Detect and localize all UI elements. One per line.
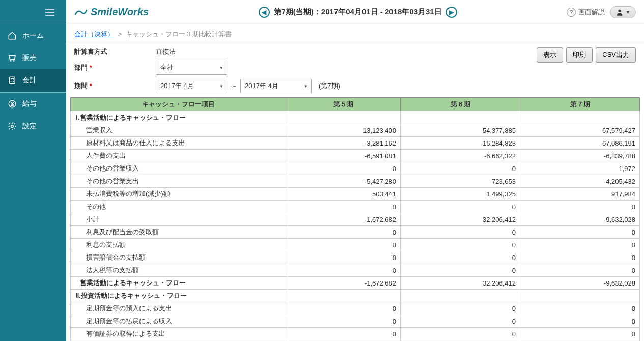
row-label: 原材料又は商品の仕入による支出	[71, 137, 287, 150]
topbar: SmileWorks ◀ 第7期(当期)：2017年04月01日 - 2018年…	[66, 0, 644, 24]
row-value: 0	[287, 226, 400, 239]
row-value: 0	[287, 162, 400, 175]
row-value: 0	[287, 201, 400, 213]
row-value: 0	[520, 239, 640, 251]
th-item: キャッシュ・フロー項目	[71, 98, 287, 111]
row-value: -6,662,322	[401, 150, 520, 162]
row-value: 0	[401, 201, 520, 213]
help-button[interactable]: ? 画面解説	[567, 8, 605, 17]
row-value	[401, 111, 520, 124]
print-button[interactable]: 印刷	[566, 47, 593, 63]
breadcrumb-current: キャッシュ・フロー３期比較計算書	[126, 30, 232, 38]
logo-icon	[74, 7, 88, 17]
table-row: Ⅰ.営業活動によるキャッシュ・フロー	[71, 111, 640, 124]
cashflow-table: キャッシュ・フロー項目 第５期 第６期 第７期 Ⅰ.営業活動によるキャッシュ・フ…	[70, 97, 640, 341]
table-row: 利息及び配当金の受取額000	[71, 226, 640, 239]
row-value: 0	[520, 201, 640, 213]
sidebar: ホーム 販売 会計 給与 設定	[0, 0, 66, 341]
row-value: 0	[287, 239, 400, 251]
table-row: 有価証券の取得による支出000	[71, 328, 640, 340]
row-label: その他	[71, 201, 287, 213]
table-row: 未払消費税等の増加(減少)額503,4411,499,325917,984	[71, 188, 640, 201]
row-value: 1,972	[520, 162, 640, 175]
row-label: 人件費の支出	[71, 150, 287, 162]
row-value: 0	[520, 328, 640, 340]
user-icon	[615, 8, 624, 16]
row-value: -6,839,788	[520, 150, 640, 162]
row-value: -1,672,682	[287, 277, 400, 290]
row-value: 0	[287, 328, 400, 340]
row-value: 13,123,400	[287, 124, 400, 137]
sidebar-item-home[interactable]: ホーム	[0, 24, 66, 47]
filters: 計算書方式 直接法 部門 * 全社 期間 * 2017年 4月 ～ 2017年 …	[66, 44, 644, 95]
table-row: その他の営業収入001,972	[71, 162, 640, 175]
csv-export-button[interactable]: CSV出力	[596, 47, 636, 63]
sidebar-item-sales[interactable]: 販売	[0, 47, 66, 69]
table-row: 利息の支払額000	[71, 239, 640, 251]
row-label: その他の営業支出	[71, 175, 287, 188]
row-label: 営業収入	[71, 124, 287, 137]
sidebar-item-accounting[interactable]: 会計	[0, 69, 66, 93]
row-value: 503,441	[287, 188, 400, 201]
period-next-button[interactable]: ▶	[446, 7, 457, 18]
row-label: 利息の支払額	[71, 239, 287, 251]
row-label: 定期預金等の預入による支出	[71, 302, 287, 315]
row-value: 0	[401, 264, 520, 277]
dept-select[interactable]: 全社	[156, 61, 227, 75]
hamburger-button[interactable]	[0, 0, 66, 24]
row-value: -723,653	[401, 175, 520, 188]
period-to-select[interactable]: 2017年 4月	[240, 79, 312, 93]
row-label: 定期預金等の払戻による収入	[71, 315, 287, 328]
row-value	[287, 111, 400, 124]
table-row: 人件費の支出-6,591,081-6,662,322-6,839,788	[71, 150, 640, 162]
row-value: 0	[520, 251, 640, 264]
table-row: 営業活動によるキャッシュ・フロー-1,672,68232,206,412-9,6…	[71, 277, 640, 290]
row-value: 0	[287, 264, 400, 277]
row-value	[401, 290, 520, 302]
sidebar-item-settings[interactable]: 設定	[0, 115, 66, 137]
row-value: 0	[520, 315, 640, 328]
sidebar-item-label: 会計	[22, 76, 37, 85]
period-note: (第7期)	[319, 81, 340, 91]
period-from-select[interactable]: 2017年 4月	[156, 79, 227, 93]
main: SmileWorks ◀ 第7期(当期)：2017年04月01日 - 2018年…	[66, 0, 644, 341]
period-text: 第7期(当期)：2017年04月01日 - 2018年03月31日	[274, 7, 442, 17]
row-value: 0	[401, 315, 520, 328]
yen-icon	[7, 99, 17, 109]
tilde: ～	[230, 81, 237, 91]
row-value: 0	[520, 264, 640, 277]
period-label: 期間 *	[74, 81, 156, 91]
row-label: 損害賠償金の支払額	[71, 251, 287, 264]
row-value: 54,377,885	[401, 124, 520, 137]
user-menu-button[interactable]: ▼	[610, 6, 636, 18]
breadcrumb-link[interactable]: 会計（決算）	[74, 30, 114, 38]
row-value: -5,427,280	[287, 175, 400, 188]
table-wrap[interactable]: キャッシュ・フロー項目 第５期 第６期 第７期 Ⅰ.営業活動によるキャッシュ・フ…	[70, 97, 640, 341]
home-icon	[7, 31, 17, 41]
sidebar-item-label: 設定	[22, 122, 37, 131]
table-row: 定期預金等の預入による支出000	[71, 302, 640, 315]
row-label: 利息及び配当金の受取額	[71, 226, 287, 239]
sidebar-item-payroll[interactable]: 給与	[0, 93, 66, 115]
row-value: 0	[287, 302, 400, 315]
show-button[interactable]: 表示	[537, 47, 563, 63]
row-value: 0	[401, 251, 520, 264]
table-row: その他000	[71, 201, 640, 213]
row-label: 未払消費税等の増加(減少)額	[71, 188, 287, 201]
row-value	[520, 290, 640, 302]
row-value: 0	[401, 302, 520, 315]
row-label: その他の営業収入	[71, 162, 287, 175]
row-label: Ⅱ.投資活動によるキャッシュ・フロー	[71, 290, 287, 302]
row-value: -9,632,028	[520, 277, 640, 290]
row-value	[520, 111, 640, 124]
svg-point-2	[11, 125, 14, 128]
row-value: 0	[287, 315, 400, 328]
row-label: 法人税等の支払額	[71, 264, 287, 277]
row-value: 67,579,427	[520, 124, 640, 137]
th-period6: 第６期	[401, 98, 520, 111]
th-period7: 第７期	[520, 98, 640, 111]
method-value: 直接法	[156, 47, 340, 56]
table-row: 営業収入13,123,40054,377,88567,579,427	[71, 124, 640, 137]
period-prev-button[interactable]: ◀	[259, 7, 270, 18]
breadcrumb-sep: >	[118, 30, 122, 38]
